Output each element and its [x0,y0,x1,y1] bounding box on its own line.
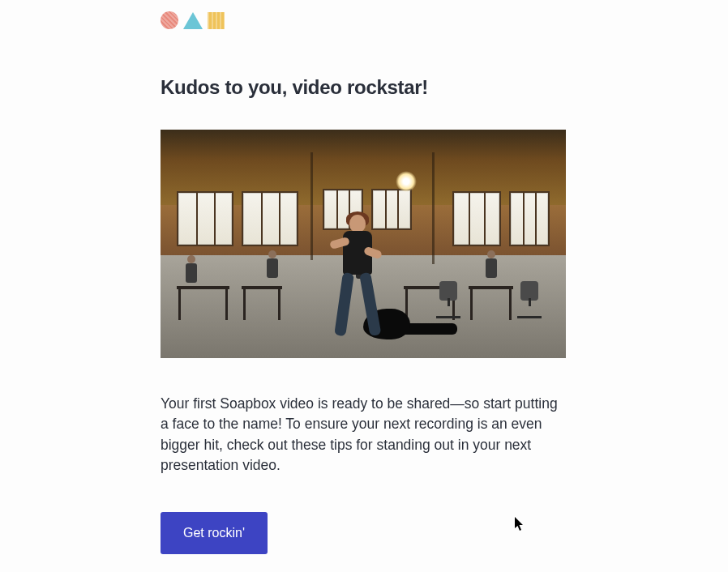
triangle-icon [183,12,203,29]
person-rockstar-icon [335,215,380,344]
body-text: Your first Soapbox video is ready to be … [161,394,566,476]
cta-button[interactable]: Get rockin' [161,512,268,554]
email-container: Kudos to you, video rockstar! [161,0,566,554]
hero-image [161,130,566,358]
headline: Kudos to you, video rockstar! [161,76,566,99]
circle-icon [161,11,178,29]
brand-logo [161,11,566,29]
square-icon [208,12,225,29]
